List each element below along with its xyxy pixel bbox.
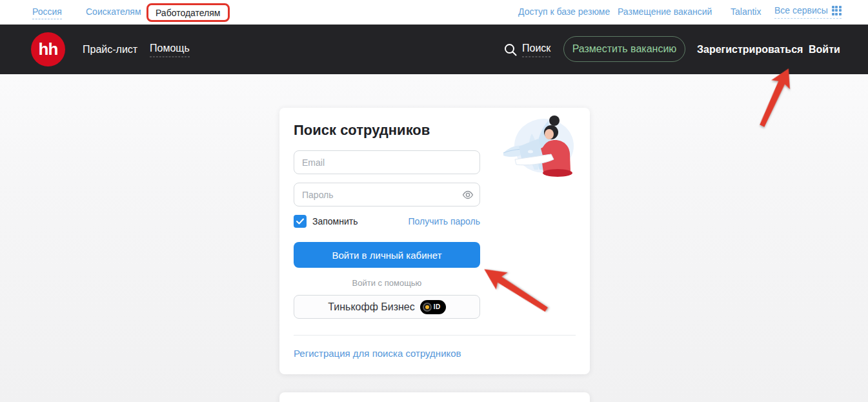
submit-login-button[interactable]: Войти в личный кабинет (294, 242, 480, 268)
search-icon[interactable] (503, 43, 518, 57)
tinkoff-label: Тинькофф Бизнес (328, 301, 415, 313)
tinkoff-emblem-icon (423, 303, 432, 312)
get-password-link[interactable]: Получить пароль (408, 216, 480, 226)
login-link[interactable]: Войти (809, 44, 840, 55)
social-login-hint: Войти с помощью (294, 278, 480, 288)
email-field[interactable] (294, 150, 480, 174)
region-link[interactable]: Россия (32, 6, 62, 19)
hh-logo[interactable]: hh (31, 32, 65, 66)
jobseekers-tab[interactable]: Соискателям (86, 6, 141, 17)
remember-checkbox[interactable] (294, 215, 307, 228)
employer-login-card: Поиск сотрудников Запомнить (279, 108, 590, 374)
services-grid-icon (832, 6, 842, 15)
vacancy-posting-link[interactable]: Размещение вакансий (618, 6, 712, 17)
remember-row: Запомнить Получить пароль (294, 215, 480, 228)
password-field[interactable] (294, 183, 480, 206)
next-card-partial (279, 392, 590, 402)
resume-db-link[interactable]: Доступ к базе резюме (518, 6, 610, 17)
post-vacancy-button[interactable]: Разместить вакансию (563, 36, 685, 62)
top-services-bar: Россия Соискателям Работодателям Доступ … (0, 0, 868, 25)
search-link[interactable]: Поиск (522, 42, 550, 57)
person-laptop-illustration (502, 113, 580, 177)
all-services-link[interactable]: Все сервисы (774, 5, 842, 19)
employers-tab[interactable]: Работодателям (156, 8, 221, 18)
show-password-eye-icon[interactable] (462, 189, 474, 201)
talantix-link[interactable]: Talantix (731, 6, 761, 17)
tinkoff-business-button[interactable]: Тинькофф Бизнес ID (294, 295, 480, 319)
card-divider (294, 335, 576, 336)
help-link[interactable]: Помощь (150, 42, 190, 57)
card-title: Поиск сотрудников (294, 122, 430, 139)
remember-label: Запомнить (312, 216, 358, 226)
register-link[interactable]: Зарегистрироваться (697, 44, 803, 55)
tinkoff-id-badge: ID (420, 300, 446, 314)
pricelist-link[interactable]: Прайс-лист (83, 44, 137, 55)
employer-registration-link[interactable]: Регистрация для поиска сотрудников (294, 348, 461, 359)
employers-tab-annotation-box: Работодателям (146, 3, 230, 22)
all-services-label: Все сервисы (774, 5, 828, 15)
main-header: hh Прайс-лист Помощь Поиск Разместить ва… (0, 25, 868, 74)
